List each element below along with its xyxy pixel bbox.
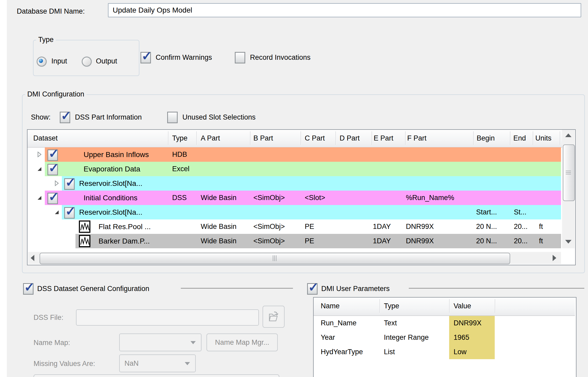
table-row[interactable]: Evaporation Data Excel <box>28 162 561 176</box>
dss-part-information-label[interactable]: DSS Part Information <box>75 113 142 121</box>
param-row[interactable]: Year Integer Range 1965 <box>314 330 575 345</box>
unused-slot-selections-label[interactable]: Unused Slot Selections <box>182 113 255 121</box>
show-label: Show: <box>31 113 51 121</box>
dss-file-browse-button[interactable] <box>263 306 285 328</box>
header-separator <box>405 131 406 145</box>
header-separator <box>495 299 496 313</box>
type-group-title: Type <box>36 36 56 44</box>
dmi-user-parameters-label[interactable]: DMI User Parameters <box>321 285 390 293</box>
dataset-table: Dataset Type A Part B Part C Part D Part… <box>27 129 576 265</box>
series-slot-icon <box>79 220 90 233</box>
scroll-right-icon[interactable] <box>553 255 556 261</box>
table-row[interactable]: Upper Basin Inflows HDB <box>28 147 561 162</box>
col-begin[interactable]: Begin <box>477 130 495 147</box>
param-col-value[interactable]: Value <box>454 298 471 314</box>
slot-name: Flat Res.Pool ... <box>99 219 151 234</box>
param-value[interactable]: 1965 <box>454 330 469 345</box>
param-value[interactable]: Low <box>454 345 467 359</box>
confirm-warnings-label[interactable]: Confirm Warnings <box>156 53 212 62</box>
dss-file-input[interactable] <box>76 309 259 326</box>
expander-collapsed-icon[interactable] <box>53 180 60 187</box>
row-checkbox[interactable] <box>47 149 58 161</box>
param-col-name[interactable]: Name <box>321 298 340 314</box>
header-separator <box>168 131 169 145</box>
output-radio-label[interactable]: Output <box>96 57 117 65</box>
col-b-part[interactable]: B Part <box>253 130 273 147</box>
param-value[interactable]: DNR99X <box>454 316 482 330</box>
name-map-dropdown[interactable] <box>119 333 202 351</box>
database-dmi-name-input[interactable]: Update Daily Ops Model <box>108 3 581 17</box>
table-row[interactable]: Initial Conditions DSS Wide Basin <SimOb… <box>28 191 561 205</box>
col-f-part[interactable]: F Part <box>407 130 427 147</box>
table-row[interactable]: Flat Res.Pool ... Wide Basin <SimObj> PE… <box>28 219 561 234</box>
param-name: Run_Name <box>321 316 357 330</box>
database-dmi-name-label: Database DMI Name: <box>17 7 85 15</box>
table-row-selected[interactable]: Barker Dam.P... Wide Basin <SimObj> PE 1… <box>28 234 561 248</box>
record-invocations-label[interactable]: Record Invocations <box>250 53 311 62</box>
expander-expanded-icon[interactable] <box>53 209 60 216</box>
section-divider <box>409 288 584 289</box>
row-checkbox[interactable] <box>47 193 58 204</box>
col-c-part[interactable]: C Part <box>305 130 325 147</box>
input-radio-label[interactable]: Input <box>51 57 67 65</box>
dmi-configuration-title: DMI Configuration <box>25 90 86 98</box>
col-d-part[interactable]: D Part <box>340 130 360 147</box>
col-dataset[interactable]: Dataset <box>33 130 58 147</box>
table-row[interactable]: Reservoir.Slot[Na... <box>28 176 561 191</box>
record-invocations-checkbox[interactable] <box>235 52 245 63</box>
row-checkbox[interactable] <box>64 178 75 190</box>
dss-part-information-checkbox[interactable] <box>60 112 70 123</box>
scroll-left-icon[interactable] <box>31 255 34 261</box>
col-end[interactable]: End <box>513 130 526 147</box>
dss-dataset-general-configuration-checkbox[interactable] <box>23 283 34 295</box>
vertical-scrollbar-thumb[interactable] <box>563 144 575 201</box>
param-type: Integer Range <box>384 330 429 345</box>
input-radio[interactable] <box>37 57 47 67</box>
header-separator <box>449 299 450 313</box>
param-row[interactable]: Run_Name Text DNR99X <box>314 316 575 330</box>
cell-units: ft <box>539 219 543 234</box>
name-map-mgr-button[interactable]: Name Map Mgr... <box>206 333 278 351</box>
series-slot-icon <box>79 235 90 247</box>
scroll-up-icon[interactable] <box>565 133 571 137</box>
dss-units-field-partial <box>34 374 279 377</box>
window-margin <box>0 0 7 377</box>
dss-file-label: DSS File: <box>34 314 63 322</box>
dataset-name: Initial Conditions <box>84 191 137 205</box>
unused-slot-selections-checkbox[interactable] <box>167 112 178 123</box>
table-row[interactable]: Reservoir.Slot[Na... Start... St... <box>28 205 561 219</box>
output-radio[interactable] <box>82 57 92 67</box>
param-type: Text <box>384 316 397 330</box>
col-e-part[interactable]: E Part <box>374 130 393 147</box>
horizontal-scrollbar-thumb[interactable] <box>40 253 510 264</box>
param-name: Year <box>321 330 335 345</box>
dmi-user-parameters-checkbox[interactable] <box>307 283 318 295</box>
expander-expanded-icon[interactable] <box>36 194 43 201</box>
expander-collapsed-icon[interactable] <box>36 151 43 158</box>
dataset-name: Evaporation Data <box>84 162 140 176</box>
expander-expanded-icon[interactable] <box>36 165 43 172</box>
cell-b-part: <SimObj> <box>253 219 285 234</box>
cell-a-part: Wide Basin <box>201 191 237 205</box>
scroll-down-icon[interactable] <box>565 240 571 244</box>
col-units[interactable]: Units <box>535 130 552 147</box>
vertical-scrollbar[interactable] <box>562 130 575 248</box>
header-separator <box>473 131 474 145</box>
horizontal-scrollbar[interactable] <box>28 252 561 264</box>
col-type[interactable]: Type <box>172 130 188 147</box>
row-checkbox[interactable] <box>64 207 75 219</box>
dss-dataset-general-configuration-label[interactable]: DSS Dataset General Configuration <box>37 285 149 293</box>
param-col-type[interactable]: Type <box>384 298 399 314</box>
col-a-part[interactable]: A Part <box>201 130 220 147</box>
cell-end: 20... <box>514 234 528 248</box>
cell-type: Excel <box>172 162 189 176</box>
row-checkbox[interactable] <box>47 164 58 175</box>
cell-f-part: %Run_Name% <box>406 191 454 205</box>
user-parameters-header: Name Type Value <box>314 298 575 316</box>
cell-type: HDB <box>172 147 187 162</box>
confirm-warnings-checkbox[interactable] <box>140 52 151 63</box>
user-parameters-table: Name Type Value Run_Name Text DNR99X Yea… <box>313 297 576 377</box>
param-row[interactable]: HydYearType List Low <box>314 345 575 359</box>
missing-values-value: NaN <box>124 355 139 372</box>
missing-values-dropdown[interactable]: NaN <box>119 354 196 372</box>
